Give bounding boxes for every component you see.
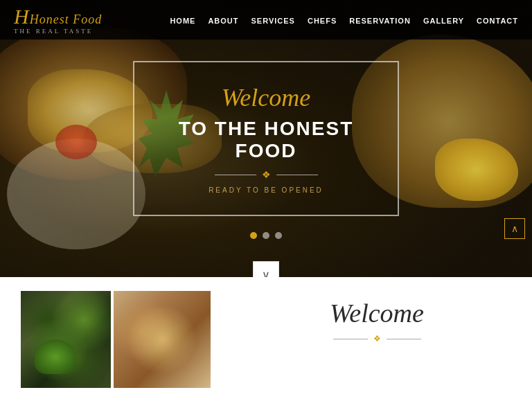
nav-home[interactable]: HOME: [170, 17, 195, 25]
nav-chefs[interactable]: CHEFS: [308, 17, 337, 25]
nav-contact[interactable]: CONTACT: [477, 17, 518, 25]
food-image-left: [21, 291, 111, 388]
hero-welcome-text: Welcome: [169, 83, 363, 112]
dot-2[interactable]: [263, 232, 269, 239]
food-image-right-bg: [114, 291, 211, 388]
divider-line-right: [276, 175, 318, 175]
hero-main-title: TO THE HONEST FOOD: [169, 118, 363, 162]
welcome-divider: ❖: [242, 334, 511, 344]
diamond-icon: ❖: [262, 169, 271, 181]
navbar: HHonest Food THE REAL TASTE HOME ABOUT S…: [0, 0, 532, 39]
food-image-right: [114, 291, 211, 388]
hero-divider: ❖: [169, 169, 363, 181]
divider-line-left: [215, 175, 256, 175]
chevron-down-icon: ∨: [262, 268, 270, 278]
below-welcome-text: Welcome: [242, 298, 511, 328]
food-images-column: [21, 291, 215, 388]
brand-tagline: THE REAL TASTE: [14, 28, 102, 35]
brand-name: HHonest Food: [14, 5, 102, 28]
hero-slider-dots[interactable]: [250, 232, 282, 239]
below-hero-section: Welcome ❖: [0, 277, 532, 399]
nav-reservation[interactable]: RESERVATION: [349, 17, 411, 25]
hero-subtitle-text: READY TO BE OPENED: [169, 186, 363, 194]
welcome-divider-line-left: [333, 339, 368, 339]
hero-section: Welcome TO THE HONEST FOOD ❖ READY TO BE…: [0, 0, 532, 277]
nav-gallery[interactable]: GALLERY: [423, 17, 464, 25]
broccoli-decoration: [35, 339, 76, 374]
logo[interactable]: HHonest Food THE REAL TASTE: [14, 5, 102, 35]
dot-3[interactable]: [275, 232, 282, 239]
hero-content-box: Welcome TO THE HONEST FOOD ❖ READY TO BE…: [133, 61, 399, 216]
nav-about[interactable]: ABOUT: [208, 17, 238, 25]
nav-links: HOME ABOUT SERVICES CHEFS RESERVATION GA…: [170, 14, 518, 26]
dot-1[interactable]: [250, 232, 257, 239]
welcome-text-column: Welcome ❖: [215, 291, 532, 344]
back-to-top-button[interactable]: ∧: [504, 218, 525, 239]
chevron-up-icon: ∧: [511, 223, 518, 235]
nav-services[interactable]: SERVICES: [251, 17, 295, 25]
welcome-diamond-icon: ❖: [373, 334, 381, 344]
scroll-down-button[interactable]: ∨: [253, 261, 279, 277]
welcome-divider-line-right: [387, 339, 421, 339]
